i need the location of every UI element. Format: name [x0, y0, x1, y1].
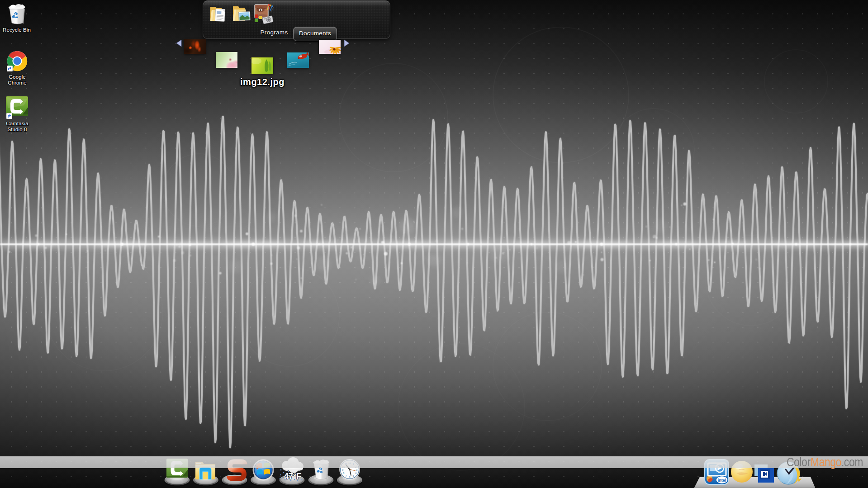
svg-text:7: 7	[345, 474, 346, 477]
svg-text:5: 5	[352, 474, 354, 477]
svg-text:3: 3	[356, 469, 357, 471]
svg-text:intel: intel	[718, 478, 726, 483]
svg-text:9: 9	[342, 469, 343, 471]
svg-text:6: 6	[349, 475, 350, 478]
svg-text:8: 8	[343, 472, 344, 474]
svg-text:47°F: 47°F	[284, 472, 301, 481]
